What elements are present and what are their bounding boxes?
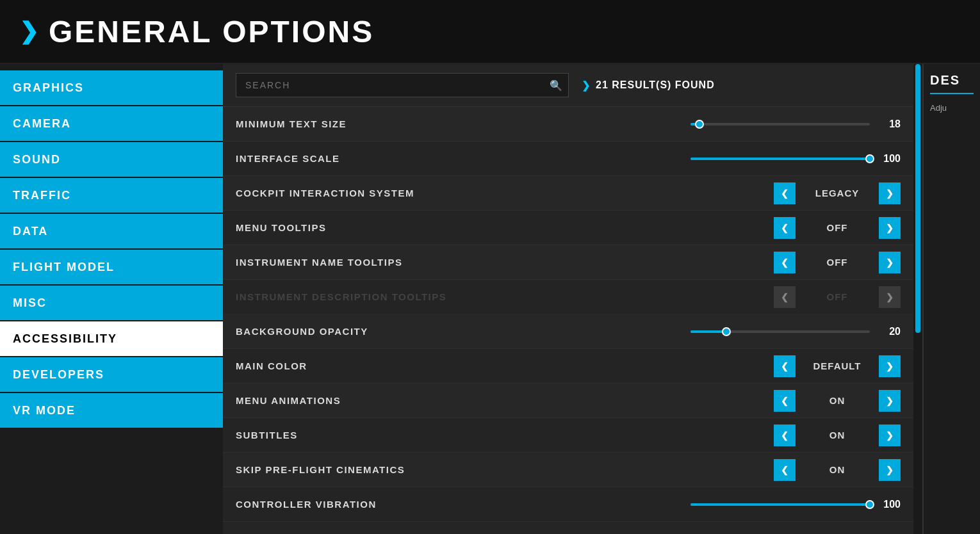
slider-wrapper-interface-scale[interactable]: 100: [671, 153, 901, 165]
search-input[interactable]: [236, 73, 569, 97]
picker-right-btn-instrument-description-tooltips: ❯: [879, 286, 901, 308]
picker-left-btn-menu-animations[interactable]: ❮: [774, 390, 796, 412]
picker-left-btn-skip-pre-flight-cinematics[interactable]: ❮: [774, 459, 796, 481]
setting-row-controller-vibration: CONTROLLER VIBRATION100: [223, 487, 913, 522]
picker-right-btn-main-color[interactable]: ❯: [879, 355, 901, 377]
setting-row-menu-tooltips: MENU TOOLTIPS❮OFF❯: [223, 211, 913, 245]
slider-fill-controller-vibration: [690, 503, 870, 506]
picker-value-instrument-name-tooltips: OFF: [796, 257, 879, 268]
slider-track-controller-vibration[interactable]: [690, 503, 870, 506]
setting-label-instrument-description-tooltips: INSTRUMENT DESCRIPTION TOOLTIPS: [236, 291, 671, 302]
picker-value-subtitles: ON: [796, 430, 879, 441]
picker-cockpit-interaction-system: ❮LEGACY❯: [774, 182, 901, 204]
sidebar-item-data[interactable]: DATA: [0, 214, 223, 248]
setting-control-instrument-description-tooltips: ❮OFF❯: [671, 286, 901, 308]
results-label: ❯ 21 RESULT(S) FOUND: [582, 79, 715, 92]
slider-thumb-background-opacity[interactable]: [722, 327, 731, 336]
slider-value-background-opacity: 20: [876, 326, 901, 337]
picker-value-skip-pre-flight-cinematics: ON: [796, 464, 879, 475]
setting-row-interface-scale: INTERFACE SCALE100: [223, 142, 913, 176]
sidebar-item-misc[interactable]: MISC: [0, 286, 223, 320]
slider-track-interface-scale[interactable]: [690, 158, 870, 160]
setting-label-instrument-name-tooltips: INSTRUMENT NAME TOOLTIPS: [236, 257, 671, 268]
setting-control-interface-scale: 100: [671, 153, 901, 165]
slider-track-background-opacity[interactable]: [690, 330, 870, 333]
slider-wrapper-background-opacity[interactable]: 20: [671, 326, 901, 337]
sidebar-item-flight-model[interactable]: FLIGHT MODEL: [0, 250, 223, 284]
picker-subtitles: ❮ON❯: [774, 425, 901, 446]
sidebar-item-camera[interactable]: CAMERA: [0, 106, 223, 141]
picker-value-main-color: DEFAULT: [796, 360, 879, 371]
setting-label-subtitles: SUBTITLES: [236, 430, 671, 441]
picker-left-btn-cockpit-interaction-system[interactable]: ❮: [774, 182, 796, 204]
picker-right-btn-menu-animations[interactable]: ❯: [879, 390, 901, 412]
slider-fill-background-opacity: [690, 330, 726, 333]
sidebar-item-vr-mode[interactable]: VR MODE: [0, 393, 223, 428]
scrollbar[interactable]: [913, 64, 922, 534]
sidebar-item-traffic[interactable]: TRAFFIC: [0, 178, 223, 213]
slider-wrapper-minimum-text-size[interactable]: 18: [671, 118, 901, 130]
picker-menu-tooltips: ❮OFF❯: [774, 217, 901, 239]
picker-left-btn-main-color[interactable]: ❮: [774, 355, 796, 377]
picker-right-btn-skip-pre-flight-cinematics[interactable]: ❯: [879, 459, 901, 481]
picker-instrument-name-tooltips: ❮OFF❯: [774, 252, 901, 273]
picker-left-btn-instrument-name-tooltips[interactable]: ❮: [774, 252, 796, 273]
setting-control-background-opacity: 20: [671, 326, 901, 337]
right-panel-desc: Adju: [930, 102, 974, 115]
picker-skip-pre-flight-cinematics: ❮ON❯: [774, 459, 901, 481]
picker-right-btn-cockpit-interaction-system[interactable]: ❯: [879, 182, 901, 204]
sidebar: GRAPHICSCAMERASOUNDTRAFFICDATAFLIGHT MOD…: [0, 64, 223, 534]
scrollbar-thumb: [915, 64, 920, 333]
sidebar-item-developers[interactable]: DEVELOPERS: [0, 357, 223, 392]
setting-label-minimum-text-size: MINIMUM TEXT SIZE: [236, 118, 671, 129]
sidebar-item-graphics[interactable]: GRAPHICS: [0, 70, 223, 105]
main-layout: GRAPHICSCAMERASOUNDTRAFFICDATAFLIGHT MOD…: [0, 64, 980, 534]
sidebar-item-accessibility[interactable]: ACCESSIBILITY: [0, 321, 223, 356]
picker-instrument-description-tooltips: ❮OFF❯: [774, 286, 901, 308]
setting-row-instrument-name-tooltips: INSTRUMENT NAME TOOLTIPS❮OFF❯: [223, 245, 913, 280]
slider-fill-interface-scale: [690, 158, 870, 160]
setting-row-menu-animations: MENU ANIMATIONS❮ON❯: [223, 384, 913, 418]
picker-value-cockpit-interaction-system: LEGACY: [796, 188, 879, 198]
picker-left-btn-instrument-description-tooltips: ❮: [774, 286, 796, 308]
setting-control-minimum-text-size: 18: [671, 118, 901, 130]
setting-row-cockpit-interaction-system: COCKPIT INTERACTION SYSTEM❮LEGACY❯: [223, 176, 913, 211]
slider-track-minimum-text-size[interactable]: [690, 123, 870, 125]
slider-thumb-minimum-text-size[interactable]: [695, 120, 704, 129]
setting-label-main-color: MAIN COLOR: [236, 360, 671, 371]
setting-label-skip-pre-flight-cinematics: SKIP PRE-FLIGHT CINEMATICS: [236, 464, 671, 475]
slider-value-controller-vibration: 100: [876, 499, 901, 510]
setting-label-interface-scale: INTERFACE SCALE: [236, 153, 671, 164]
picker-left-btn-subtitles[interactable]: ❮: [774, 425, 796, 446]
search-icon[interactable]: 🔍: [550, 79, 562, 92]
picker-right-btn-instrument-name-tooltips[interactable]: ❯: [879, 252, 901, 273]
slider-thumb-interface-scale[interactable]: [865, 154, 874, 163]
picker-left-btn-menu-tooltips[interactable]: ❮: [774, 217, 796, 239]
picker-right-btn-subtitles[interactable]: ❯: [879, 425, 901, 446]
sidebar-item-sound[interactable]: SOUND: [0, 142, 223, 177]
slider-thumb-controller-vibration[interactable]: [865, 500, 874, 509]
setting-control-controller-vibration: 100: [671, 499, 901, 510]
search-bar: 🔍 ❯ 21 RESULT(S) FOUND: [223, 64, 913, 107]
setting-row-background-opacity: BACKGROUND OPACITY20: [223, 314, 913, 349]
setting-control-cockpit-interaction-system: ❮LEGACY❯: [671, 182, 901, 204]
slider-value-interface-scale: 100: [876, 153, 901, 165]
results-count: 21 RESULT(S) FOUND: [596, 79, 715, 91]
setting-label-cockpit-interaction-system: COCKPIT INTERACTION SYSTEM: [236, 188, 671, 198]
setting-control-menu-animations: ❮ON❯: [671, 390, 901, 412]
setting-label-menu-tooltips: MENU TOOLTIPS: [236, 222, 671, 233]
picker-right-btn-menu-tooltips[interactable]: ❯: [879, 217, 901, 239]
content-area: 🔍 ❯ 21 RESULT(S) FOUND MINIMUM TEXT SIZE…: [223, 64, 913, 534]
setting-row-subtitles: SUBTITLES❮ON❯: [223, 418, 913, 453]
slider-value-minimum-text-size: 18: [876, 118, 901, 130]
results-arrow-icon: ❯: [582, 79, 591, 92]
setting-control-instrument-name-tooltips: ❮OFF❯: [671, 252, 901, 273]
slider-wrapper-controller-vibration[interactable]: 100: [671, 499, 901, 510]
settings-list: MINIMUM TEXT SIZE18INTERFACE SCALE100COC…: [223, 107, 913, 534]
cursor-settings-header: CURSOR SETTINGS: [223, 522, 913, 534]
setting-control-skip-pre-flight-cinematics: ❮ON❯: [671, 459, 901, 481]
right-panel-title: DES: [930, 73, 974, 94]
page-title: GENERAL OPTIONS: [49, 14, 374, 49]
picker-value-menu-tooltips: OFF: [796, 222, 879, 233]
setting-label-controller-vibration: CONTROLLER VIBRATION: [236, 499, 671, 510]
